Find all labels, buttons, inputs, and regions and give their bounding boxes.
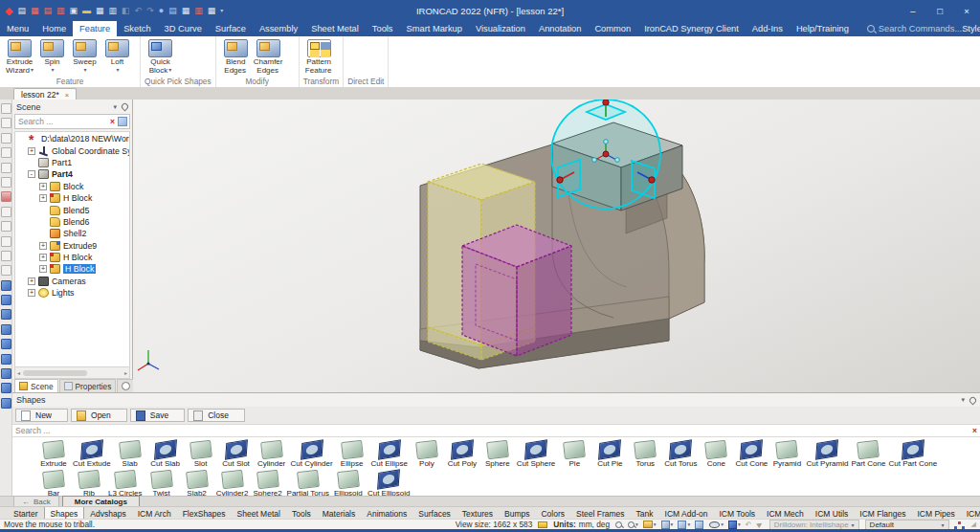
catalog-shape[interactable]: Cut Cone [735,439,768,468]
structure-icon[interactable] [958,521,961,524]
quick-access-icon[interactable]: ↶ [135,6,143,15]
close-button[interactable]: × [953,0,980,21]
catalog-shape[interactable]: Cut Ellipsoid [368,469,410,496]
left-toolbar-icon[interactable] [1,265,11,276]
view-tool-icon[interactable] [695,521,704,529]
catalog-shape[interactable]: Cut Ellipse [371,439,408,468]
view-tool-icon[interactable]: ▶ [757,521,763,528]
catalog-shape[interactable]: Cut Extude [73,439,111,468]
expand-toggle[interactable]: + [39,265,47,273]
view-tool-icon[interactable]: ▾ [628,521,638,528]
catalog-button[interactable]: Save [130,409,185,422]
catalog-shape[interactable]: Poly [411,439,443,468]
menu-tab[interactable]: Surface [209,21,253,36]
left-toolbar-icon[interactable] [1,354,11,365]
tree-item[interactable]: + H Block [15,192,129,204]
catalog-shape[interactable]: Cone [700,439,732,468]
expand-toggle[interactable]: + [39,242,47,250]
quick-access-icon[interactable]: ▦ [182,6,190,15]
catalog-button[interactable]: Open [71,409,127,422]
left-toolbar-icon[interactable] [1,147,11,158]
tree-item[interactable]: Blend5 [15,204,129,215]
catalog-shape[interactable]: Cut Slot [220,439,253,468]
tree-item[interactable]: + H Block [15,263,129,275]
view-tool-icon[interactable]: ▾ [678,521,690,529]
catalog-shape[interactable]: Sphere2 [252,469,284,496]
catalog-shape[interactable]: Pie [558,439,590,468]
expand-toggle[interactable]: + [28,289,35,297]
menu-tab[interactable]: Annotation [532,21,588,36]
menu-tab[interactable]: Assembly [253,21,304,36]
quick-access-icon[interactable]: ● [159,6,164,15]
ribbon-big-button[interactable]: Spin ▾ [36,38,68,77]
quick-access-icon[interactable]: ▦ [31,6,39,15]
catalog-shape[interactable]: Cut Pyramid [806,439,848,468]
quick-access-icon[interactable]: ▤ [168,6,177,15]
tree-item[interactable]: + H Block [15,252,129,263]
left-toolbar-icon[interactable] [1,236,11,247]
quick-access-icon[interactable]: ▥ [194,6,203,15]
catalog-shape[interactable]: Ellipsoid [332,469,365,496]
catalog-shape[interactable]: Cut Sphere [517,439,555,468]
tree-item[interactable]: - Part4 [15,168,129,180]
menu-tab[interactable]: Sketch [117,21,157,36]
3d-viewport[interactable] [133,100,980,392]
panel-tab[interactable]: Scene [14,379,58,392]
horizontal-scrollbar[interactable]: ◂▸ [14,367,130,379]
left-toolbar-icon[interactable] [1,118,11,128]
style-select[interactable]: Default▾ [865,520,949,530]
triball[interactable] [551,100,660,209]
catalog-shape[interactable]: Cut Poly [446,439,479,468]
left-toolbar-icon[interactable] [1,191,11,202]
catalog-button[interactable]: New [15,409,68,422]
tree-item[interactable]: Shell2 [15,228,129,239]
quick-access-icon[interactable]: ▦ [208,6,216,15]
ribbon-big-button[interactable]: Quick Block▾ [145,38,176,77]
tree-item[interactable]: + Extrude9 [15,240,129,252]
quick-access-icon[interactable]: ▦ [96,6,104,15]
menu-tab[interactable]: Feature [73,21,117,36]
menu-tab[interactable]: Help/Training [790,21,856,36]
expand-toggle[interactable] [39,207,47,214]
quick-access-icon[interactable]: ▤ [44,6,53,15]
quick-access-icon[interactable]: ◧ [122,6,130,15]
menu-tab[interactable]: Common [588,21,637,36]
catalog-shape[interactable]: Cylinder2 [216,469,249,496]
quick-access-icon[interactable]: ◆ [5,6,12,15]
selection-box-magenta[interactable] [462,225,571,356]
ribbon-big-button[interactable]: Extrude Wizard▾ [4,38,35,77]
catalog-shape[interactable]: Slab [114,439,146,468]
catalog-shape[interactable]: Pyramid [770,439,803,468]
left-toolbar-icon[interactable] [1,398,11,409]
menu-tab[interactable]: Visualization [469,21,532,36]
expand-toggle[interactable]: - [28,170,35,178]
menu-tab[interactable]: Home [35,21,73,36]
catalog-shape[interactable]: Cut Cylinder [291,439,333,468]
menu-tab[interactable]: Sheet Metal [304,21,366,36]
catalog-shape[interactable]: Sphere [481,439,514,468]
left-toolbar-icon[interactable] [1,309,11,320]
clear-search-icon[interactable]: × [969,426,980,435]
expand-toggle[interactable] [39,230,47,237]
left-toolbar-icon[interactable] [1,280,11,291]
tree-item[interactable]: + Lights [15,287,129,299]
catalog-shape[interactable]: Cut Pie [593,439,626,468]
catalog-shape[interactable]: Cut Part Cone [888,439,937,468]
drilldown-select[interactable]: Drilldown: Intellishape▾ [769,520,859,530]
catalog-search-input[interactable] [12,426,969,435]
ribbon-big-button[interactable]: Sweep ▾ [69,38,100,77]
expand-toggle[interactable]: + [39,254,47,261]
tree-item[interactable]: + Cameras [15,276,129,287]
left-toolbar-icon[interactable] [1,383,11,393]
view-tool-icon[interactable]: ▾ [709,521,724,528]
minimize-button[interactable]: – [900,0,926,21]
expand-toggle[interactable]: + [39,183,47,190]
left-toolbar-icon[interactable] [1,207,11,217]
menu-tab[interactable]: Add-Ins [746,21,790,36]
view-tool-icon[interactable]: ▾ [728,521,741,529]
filter-icon[interactable] [118,117,127,126]
left-toolbar-icon[interactable] [1,133,11,144]
maximize-button[interactable]: □ [926,0,953,21]
ribbon-big-button[interactable]: Chamfer Edges [253,38,284,77]
catalog-shape[interactable]: Cut Slab [149,439,182,468]
